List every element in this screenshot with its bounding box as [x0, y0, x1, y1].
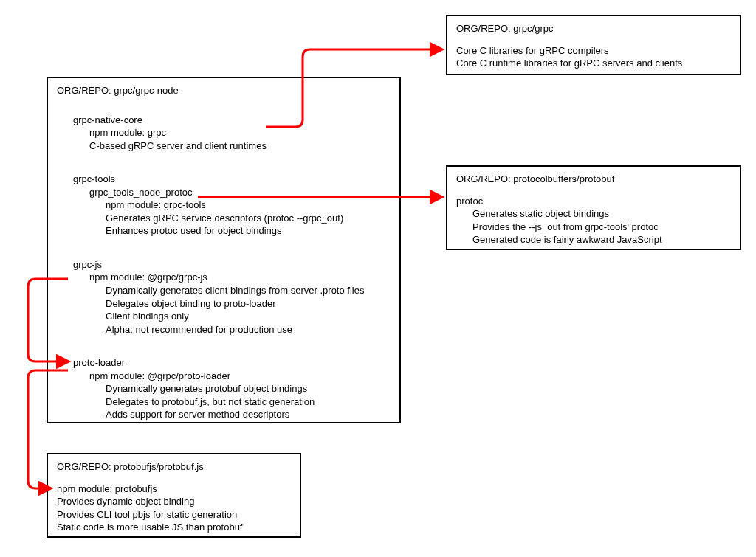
box-grpc-node: ORG/REPO: grpc/grpc-node grpc-native-cor… [47, 77, 401, 423]
protobuf-desc1: Generates static object bindings [472, 207, 731, 221]
box-protobufjs: ORG/REPO: protobufjs/protobuf.js npm mod… [47, 453, 301, 538]
grpc-native-core-npm: npm module: grpc [89, 126, 391, 139]
section-grpc-native-core: grpc-native-core npm module: grpc C-base… [57, 114, 391, 153]
protobuf-sub: protoc [456, 195, 731, 208]
grpc-js-desc3: Client bindings only [106, 310, 391, 323]
grpc-tools-sub: grpc_tools_node_protoc [89, 186, 391, 199]
grpc-js-npm: npm module: @grpc/grpc-js [89, 271, 391, 284]
protobuf-desc3: Generated code is fairly awkward JavaScr… [472, 233, 731, 246]
protobufjs-desc2: Provides CLI tool pbjs for static genera… [57, 508, 291, 522]
proto-loader-desc1: Dynamically generates protobuf object bi… [106, 382, 391, 395]
proto-loader-npm: npm module: @grpc/proto-loader [89, 370, 391, 383]
section-grpc-js: grpc-js npm module: @grpc/grpc-js Dynami… [57, 258, 391, 336]
protobufjs-repo-title: ORG/REPO: protobufjs/protobuf.js [57, 460, 291, 474]
grpc-js-desc1: Dynamically generates client bindings fr… [106, 284, 391, 297]
box-protobuf: ORG/REPO: protocolbuffers/protobuf proto… [446, 165, 741, 250]
protobufjs-desc3: Static code is more usable JS than proto… [57, 521, 291, 534]
proto-loader-desc3: Adds support for server method descripto… [106, 408, 391, 421]
protobufjs-npm: npm module: protobufjs [57, 482, 291, 496]
main-repo-title: ORG/REPO: grpc/grpc-node [57, 84, 391, 97]
grpc-tools-npm: npm module: grpc-tools [106, 198, 391, 212]
grpc-js-desc2: Delegates object binding to proto-loader [106, 297, 391, 311]
grpc-tools-desc1: Generates gRPC service descriptors (prot… [106, 212, 391, 225]
grpc-native-core-desc1: C-based gRPC server and client runtimes [89, 139, 391, 153]
grpc-repo-desc2: Core C runtime libraries for gRPC server… [456, 57, 731, 70]
grpc-repo-title: ORG/REPO: grpc/grpc [456, 22, 731, 35]
grpc-tools-desc2: Enhances protoc used for object bindings [106, 224, 391, 238]
grpc-tools-name: grpc-tools [73, 173, 391, 186]
protobuf-repo-title: ORG/REPO: protocolbuffers/protobuf [456, 173, 731, 186]
protobuf-desc2: Provides the --js_out from grpc-tools' p… [472, 221, 731, 234]
section-proto-loader: proto-loader npm module: @grpc/proto-loa… [57, 356, 391, 421]
grpc-js-name: grpc-js [73, 258, 391, 271]
protobufjs-desc1: Provides dynamic object binding [57, 495, 291, 508]
section-grpc-tools: grpc-tools grpc_tools_node_protoc npm mo… [57, 173, 391, 238]
grpc-js-desc4: Alpha; not recommended for production us… [106, 323, 391, 336]
proto-loader-name: proto-loader [73, 356, 391, 370]
grpc-repo-desc1: Core C libraries for gRPC compilers [456, 44, 731, 58]
box-grpc-grpc: ORG/REPO: grpc/grpc Core C libraries for… [446, 15, 741, 75]
grpc-native-core-name: grpc-native-core [73, 114, 391, 127]
proto-loader-desc2: Delegates to protobuf.js, but not static… [106, 395, 391, 409]
